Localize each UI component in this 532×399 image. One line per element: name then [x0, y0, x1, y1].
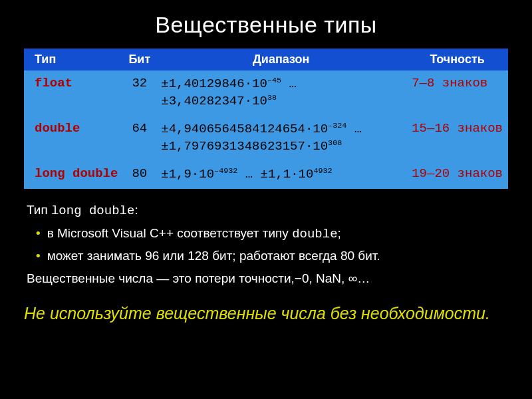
table-row: long double 80 ±1,9·10–4932 … ±1,1·10493… [24, 161, 508, 189]
body-text: Тип long double: в Microsoft Visual С++ … [24, 201, 508, 289]
list-item: в Microsoft Visual С++ соответствует тип… [36, 224, 508, 244]
highlight-text: Не используйте вещественные числа без не… [24, 303, 508, 324]
cell-range: ±4,9406564584124654·10–324 … ±1,79769313… [156, 116, 406, 161]
cell-bits: 64 [123, 116, 156, 161]
cell-range: ±1,40129846·10–45 … ±3,40282347·1038 [156, 70, 406, 116]
cell-type: float [24, 70, 123, 116]
cell-precision: 19—20 знаков [406, 161, 508, 189]
slide: Вещественные типы Тип Бит Диапазон Точно… [0, 0, 532, 399]
table-row: float 32 ±1,40129846·10–45 … ±3,40282347… [24, 70, 508, 116]
cell-precision: 7—8 знаков [406, 70, 508, 116]
cell-precision: 15—16 знаков [406, 116, 508, 161]
cell-bits: 32 [123, 70, 156, 116]
cell-type: double [24, 116, 123, 161]
col-precision: Точность [406, 49, 508, 70]
col-type: Тип [24, 49, 123, 70]
list-item: может занимать 96 или 128 бит; работают … [36, 247, 508, 266]
col-range: Диапазон [156, 49, 406, 70]
types-table: Тип Бит Диапазон Точность float 32 ±1,40… [24, 49, 508, 189]
bullet-list: в Microsoft Visual С++ соответствует тип… [27, 224, 508, 265]
table-header-row: Тип Бит Диапазон Точность [24, 49, 508, 70]
cell-bits: 80 [123, 161, 156, 189]
tail-text: Вещественные числа — это потери точности… [27, 269, 508, 289]
cell-range: ±1,9·10–4932 … ±1,1·104932 [156, 161, 406, 189]
slide-title: Вещественные типы [24, 12, 508, 38]
table-row: double 64 ±4,9406564584124654·10–324 … ±… [24, 116, 508, 161]
lead-text: Тип long double: [27, 201, 508, 221]
col-bits: Бит [123, 49, 156, 70]
cell-type: long double [24, 161, 123, 189]
